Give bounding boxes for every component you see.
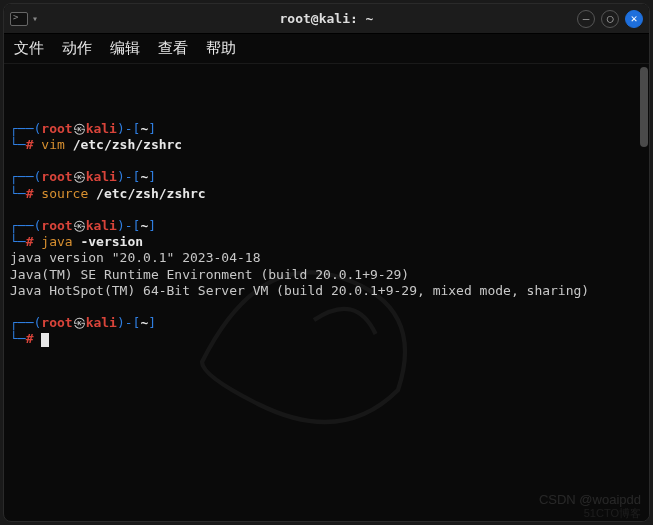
prompt-line-top: ┌──(root㉿kali)-[~] [10,218,633,234]
menu-help[interactable]: 帮助 [206,39,236,58]
prompt-line-command: └─# vim /etc/zsh/zshrc [10,137,633,153]
scrollbar[interactable] [639,64,649,521]
titlebar[interactable]: ▾ root@kali: ~ – ◯ ✕ [4,4,649,34]
prompt-line-top: ┌──(root㉿kali)-[~] [10,169,633,185]
minimize-button[interactable]: – [577,10,595,28]
prompt-block: ┌──(root㉿kali)-[~]└─# java -versionjava … [10,218,633,299]
prompt-line-command: └─# source /etc/zsh/zshrc [10,186,633,202]
output-line: Java HotSpot(TM) 64-Bit Server VM (build… [10,283,633,299]
menu-file[interactable]: 文件 [14,39,44,58]
menu-edit[interactable]: 编辑 [110,39,140,58]
chevron-down-icon[interactable]: ▾ [30,13,40,24]
close-button[interactable]: ✕ [625,10,643,28]
output-line: java version "20.0.1" 2023-04-18 [10,250,633,266]
menu-view[interactable]: 查看 [158,39,188,58]
terminal-icon [10,12,28,26]
terminal-window: ▾ root@kali: ~ – ◯ ✕ 文件 动作 编辑 查看 帮助 ┌──(… [3,3,650,522]
terminal-output[interactable]: ┌──(root㉿kali)-[~]└─# vim /etc/zsh/zshrc… [4,64,639,521]
prompt-line-command: └─# [10,331,633,347]
window-title: root@kali: ~ [4,11,649,26]
menubar: 文件 动作 编辑 查看 帮助 [4,34,649,64]
menu-action[interactable]: 动作 [62,39,92,58]
window-controls: – ◯ ✕ [577,10,649,28]
output-line: Java(TM) SE Runtime Environment (build 2… [10,267,633,283]
prompt-block: ┌──(root㉿kali)-[~]└─# [10,315,633,348]
watermark-cto: 51CTO博客 [584,506,641,521]
scrollbar-thumb[interactable] [640,67,648,147]
maximize-button[interactable]: ◯ [601,10,619,28]
prompt-block: ┌──(root㉿kali)-[~]└─# vim /etc/zsh/zshrc [10,121,633,154]
titlebar-icons: ▾ [4,12,40,26]
prompt-line-top: ┌──(root㉿kali)-[~] [10,121,633,137]
prompt-line-top: ┌──(root㉿kali)-[~] [10,315,633,331]
prompt-block: ┌──(root㉿kali)-[~]└─# source /etc/zsh/zs… [10,169,633,202]
cursor [41,333,49,347]
terminal-area: ┌──(root㉿kali)-[~]└─# vim /etc/zsh/zshrc… [4,64,649,521]
prompt-line-command: └─# java -version [10,234,633,250]
watermark-csdn: CSDN @woaipdd [539,492,641,507]
